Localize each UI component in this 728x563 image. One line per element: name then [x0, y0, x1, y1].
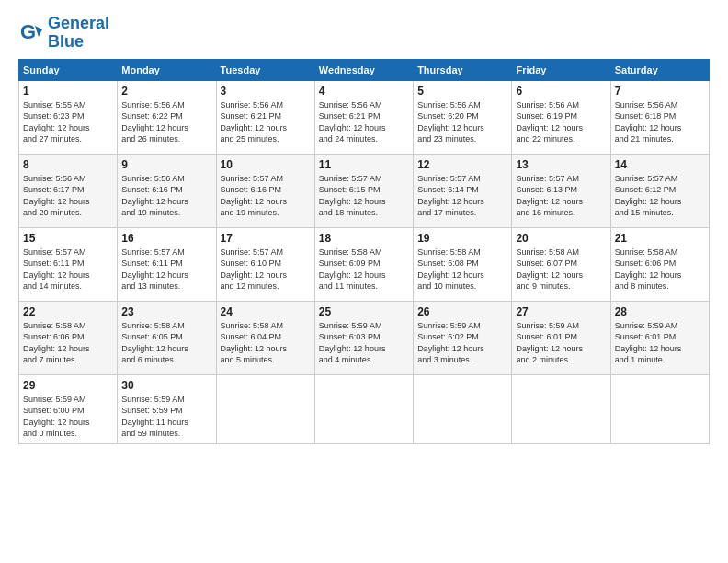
day-info: Sunrise: 5:56 AM Sunset: 6:18 PM Dayligh…: [615, 99, 705, 145]
day-info: Sunrise: 5:59 AM Sunset: 6:02 PM Dayligh…: [417, 320, 507, 366]
day-info: Sunrise: 5:57 AM Sunset: 6:10 PM Dayligh…: [221, 247, 311, 293]
day-number: 15: [23, 232, 113, 245]
day-cell: 4Sunrise: 5:56 AM Sunset: 6:21 PM Daylig…: [314, 80, 413, 154]
day-info: Sunrise: 5:59 AM Sunset: 6:01 PM Dayligh…: [516, 320, 606, 366]
col-header-saturday: Saturday: [610, 59, 709, 80]
day-info: Sunrise: 5:56 AM Sunset: 6:17 PM Dayligh…: [23, 173, 113, 219]
day-number: 7: [615, 85, 705, 98]
day-number: 23: [121, 305, 211, 318]
day-number: 24: [221, 305, 311, 318]
day-info: Sunrise: 5:57 AM Sunset: 6:16 PM Dayligh…: [221, 173, 311, 219]
day-number: 22: [23, 305, 113, 318]
day-cell: 15Sunrise: 5:57 AM Sunset: 6:11 PM Dayli…: [19, 227, 118, 301]
calendar-header-row: SundayMondayTuesdayWednesdayThursdayFrid…: [19, 59, 710, 80]
day-cell: [414, 374, 512, 443]
week-row-3: 22Sunrise: 5:58 AM Sunset: 6:06 PM Dayli…: [19, 301, 710, 374]
day-info: Sunrise: 5:59 AM Sunset: 5:59 PM Dayligh…: [121, 394, 211, 440]
day-cell: 23Sunrise: 5:58 AM Sunset: 6:05 PM Dayli…: [118, 301, 216, 374]
day-info: Sunrise: 5:58 AM Sunset: 6:09 PM Dayligh…: [319, 247, 409, 293]
day-info: Sunrise: 5:59 AM Sunset: 6:00 PM Dayligh…: [23, 394, 113, 440]
day-cell: 1Sunrise: 5:55 AM Sunset: 6:23 PM Daylig…: [19, 80, 118, 154]
day-info: Sunrise: 5:57 AM Sunset: 6:15 PM Dayligh…: [319, 173, 409, 219]
day-info: Sunrise: 5:59 AM Sunset: 6:01 PM Dayligh…: [615, 320, 705, 366]
day-cell: 19Sunrise: 5:58 AM Sunset: 6:08 PM Dayli…: [414, 227, 512, 301]
day-cell: 14Sunrise: 5:57 AM Sunset: 6:12 PM Dayli…: [610, 154, 709, 227]
day-number: 20: [516, 232, 606, 245]
day-number: 6: [516, 85, 606, 98]
day-info: Sunrise: 5:58 AM Sunset: 6:06 PM Dayligh…: [615, 247, 705, 293]
day-number: 1: [23, 85, 113, 98]
day-info: Sunrise: 5:56 AM Sunset: 6:16 PM Dayligh…: [121, 173, 211, 219]
day-cell: 21Sunrise: 5:58 AM Sunset: 6:06 PM Dayli…: [610, 227, 709, 301]
day-info: Sunrise: 5:58 AM Sunset: 6:07 PM Dayligh…: [516, 247, 606, 293]
day-info: Sunrise: 5:59 AM Sunset: 6:03 PM Dayligh…: [319, 320, 409, 366]
day-cell: 25Sunrise: 5:59 AM Sunset: 6:03 PM Dayli…: [314, 301, 413, 374]
day-cell: 30Sunrise: 5:59 AM Sunset: 5:59 PM Dayli…: [118, 374, 216, 443]
day-number: 10: [221, 158, 311, 171]
week-row-4: 29Sunrise: 5:59 AM Sunset: 6:00 PM Dayli…: [19, 374, 710, 443]
day-number: 13: [516, 158, 606, 171]
day-info: Sunrise: 5:57 AM Sunset: 6:11 PM Dayligh…: [121, 247, 211, 293]
day-cell: 3Sunrise: 5:56 AM Sunset: 6:21 PM Daylig…: [216, 80, 314, 154]
day-cell: 18Sunrise: 5:58 AM Sunset: 6:09 PM Dayli…: [314, 227, 413, 301]
col-header-thursday: Thursday: [414, 59, 512, 80]
day-number: 19: [417, 232, 507, 245]
day-info: Sunrise: 5:57 AM Sunset: 6:11 PM Dayligh…: [23, 247, 113, 293]
day-number: 21: [615, 232, 705, 245]
day-cell: 28Sunrise: 5:59 AM Sunset: 6:01 PM Dayli…: [610, 301, 709, 374]
day-info: Sunrise: 5:56 AM Sunset: 6:19 PM Dayligh…: [516, 99, 606, 145]
day-info: Sunrise: 5:58 AM Sunset: 6:04 PM Dayligh…: [221, 320, 311, 366]
day-cell: 2Sunrise: 5:56 AM Sunset: 6:22 PM Daylig…: [118, 80, 216, 154]
day-cell: 6Sunrise: 5:56 AM Sunset: 6:19 PM Daylig…: [512, 80, 610, 154]
day-number: 3: [221, 85, 311, 98]
day-number: 12: [417, 158, 507, 171]
day-number: 2: [121, 85, 211, 98]
day-number: 26: [417, 305, 507, 318]
calendar: SundayMondayTuesdayWednesdayThursdayFrid…: [18, 59, 710, 444]
svg-text:G: G: [20, 20, 36, 43]
col-header-friday: Friday: [512, 59, 610, 80]
day-cell: 26Sunrise: 5:59 AM Sunset: 6:02 PM Dayli…: [414, 301, 512, 374]
col-header-tuesday: Tuesday: [216, 59, 314, 80]
day-info: Sunrise: 5:56 AM Sunset: 6:21 PM Dayligh…: [221, 99, 311, 145]
day-info: Sunrise: 5:58 AM Sunset: 6:06 PM Dayligh…: [23, 320, 113, 366]
day-number: 30: [121, 379, 211, 392]
page: G General Blue SundayMondayTuesdayWednes…: [0, 0, 728, 563]
day-cell: 8Sunrise: 5:56 AM Sunset: 6:17 PM Daylig…: [19, 154, 118, 227]
day-number: 27: [516, 305, 606, 318]
day-number: 8: [23, 158, 113, 171]
day-info: Sunrise: 5:58 AM Sunset: 6:08 PM Dayligh…: [417, 247, 507, 293]
day-info: Sunrise: 5:57 AM Sunset: 6:13 PM Dayligh…: [516, 173, 606, 219]
day-cell: 7Sunrise: 5:56 AM Sunset: 6:18 PM Daylig…: [610, 80, 709, 154]
day-cell: 12Sunrise: 5:57 AM Sunset: 6:14 PM Dayli…: [414, 154, 512, 227]
day-info: Sunrise: 5:56 AM Sunset: 6:20 PM Dayligh…: [417, 99, 507, 145]
col-header-wednesday: Wednesday: [314, 59, 413, 80]
logo: G General Blue: [18, 15, 109, 52]
day-number: 5: [417, 85, 507, 98]
day-cell: 20Sunrise: 5:58 AM Sunset: 6:07 PM Dayli…: [512, 227, 610, 301]
day-cell: 24Sunrise: 5:58 AM Sunset: 6:04 PM Dayli…: [216, 301, 314, 374]
day-cell: 5Sunrise: 5:56 AM Sunset: 6:20 PM Daylig…: [414, 80, 512, 154]
week-row-0: 1Sunrise: 5:55 AM Sunset: 6:23 PM Daylig…: [19, 80, 710, 154]
logo-icon: G: [18, 20, 44, 46]
day-cell: 27Sunrise: 5:59 AM Sunset: 6:01 PM Dayli…: [512, 301, 610, 374]
day-cell: [610, 374, 709, 443]
day-info: Sunrise: 5:57 AM Sunset: 6:14 PM Dayligh…: [417, 173, 507, 219]
col-header-monday: Monday: [118, 59, 216, 80]
day-info: Sunrise: 5:58 AM Sunset: 6:05 PM Dayligh…: [121, 320, 211, 366]
day-number: 4: [319, 85, 409, 98]
day-info: Sunrise: 5:56 AM Sunset: 6:22 PM Dayligh…: [121, 99, 211, 145]
day-cell: [512, 374, 610, 443]
logo-text: General Blue: [48, 15, 109, 52]
week-row-2: 15Sunrise: 5:57 AM Sunset: 6:11 PM Dayli…: [19, 227, 710, 301]
day-number: 18: [319, 232, 409, 245]
svg-marker-1: [35, 26, 42, 37]
day-number: 28: [615, 305, 705, 318]
day-number: 11: [319, 158, 409, 171]
day-cell: [314, 374, 413, 443]
day-info: Sunrise: 5:56 AM Sunset: 6:21 PM Dayligh…: [319, 99, 409, 145]
week-row-1: 8Sunrise: 5:56 AM Sunset: 6:17 PM Daylig…: [19, 154, 710, 227]
day-cell: [216, 374, 314, 443]
day-info: Sunrise: 5:57 AM Sunset: 6:12 PM Dayligh…: [615, 173, 705, 219]
col-header-sunday: Sunday: [19, 59, 118, 80]
